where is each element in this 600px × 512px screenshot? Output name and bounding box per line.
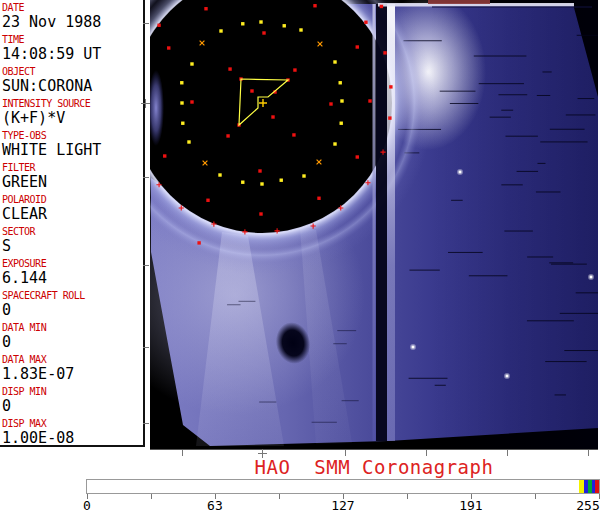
fiducial-dot — [329, 102, 332, 105]
fiducial-dot — [258, 169, 261, 172]
fiducial-dot — [241, 22, 244, 25]
metadata-field-exposure: EXPOSURE6.144 — [2, 258, 143, 286]
fiducial-dot — [206, 199, 209, 202]
left-axis-tick — [143, 423, 149, 424]
colorbar-tick-label: 63 — [207, 498, 223, 512]
field-value: WHITE LIGHT — [2, 142, 143, 158]
fiducial-dot — [190, 100, 193, 103]
metadata-field-sector: SECTORS — [2, 226, 143, 254]
metadata-field-object: OBJECTSUN:CORONA — [2, 66, 143, 94]
colorbar-tick-label: 127 — [331, 498, 354, 512]
fiducial-dot — [292, 133, 295, 136]
fiducial-dot — [259, 20, 262, 23]
field-value: 0 — [2, 302, 143, 318]
fiducial-dot — [356, 155, 359, 158]
axis-plus-mark — [141, 99, 150, 108]
colorbar-tick-label: 0 — [83, 498, 91, 512]
metadata-field-type-obs: TYPE-OBSWHITE LIGHT — [2, 130, 143, 158]
fiducial-dot — [299, 28, 302, 31]
colorbar-tick — [535, 494, 536, 499]
fiducial-dot — [187, 140, 190, 143]
fiducial-dot — [271, 115, 274, 118]
fiducial-dot — [333, 142, 336, 145]
field-value: 0 — [2, 398, 143, 414]
metadata-panel: DATE23 Nov 1988TIME14:08:59 UTOBJECTSUN:… — [0, 0, 145, 447]
fiducial-dot — [280, 179, 283, 182]
fiducial-dot — [340, 99, 343, 102]
metadata-field-data-max: DATA MAX1.83E-07 — [2, 354, 143, 382]
left-axis-tick — [143, 347, 149, 348]
fiducial-dot — [302, 174, 305, 177]
fiducial-dot — [333, 60, 336, 63]
field-value: 0 — [2, 334, 143, 350]
field-value: SUN:CORONA — [2, 78, 143, 94]
colorbar-tick — [407, 494, 408, 499]
star-point — [506, 375, 509, 378]
fiducial-dot — [389, 85, 392, 88]
field-value: S — [2, 238, 143, 254]
metadata-field-spacecraft-roll: SPACECRAFT ROLL0 — [2, 290, 143, 318]
fiducial-dot — [250, 89, 253, 92]
fiducial-dot — [180, 81, 183, 84]
fiducial-dot — [380, 5, 383, 8]
fiducial-dot — [262, 31, 265, 34]
field-label: SECTOR — [2, 226, 143, 238]
field-label: SPACECRAFT ROLL — [2, 290, 143, 302]
fiducial-dot — [260, 182, 263, 185]
fiducial-dot — [259, 212, 262, 215]
image-title: HAO SMM Coronagraph — [150, 456, 598, 478]
fiducial-dot — [293, 68, 296, 71]
colorbar-tick — [279, 494, 280, 499]
field-value: (K+F)*V — [2, 110, 143, 126]
fiducial-dot — [226, 134, 229, 137]
metadata-field-polaroid: POLAROIDCLEAR — [2, 194, 143, 222]
colorbar-tick-label: 255 — [576, 498, 599, 512]
fiducial-dot — [167, 46, 170, 49]
left-axis-tick — [143, 177, 149, 178]
pylon-bright-streak — [387, 4, 395, 441]
fiducial-dot — [241, 181, 244, 184]
coronagraph-rendering — [150, 0, 598, 449]
saturated-strip — [428, 0, 490, 4]
fiducial-dot — [190, 62, 193, 65]
fiducial-dot — [364, 21, 367, 24]
fiducial-dot — [388, 116, 391, 119]
metadata-field-data-min: DATA MIN0 — [2, 322, 143, 350]
fiducial-dot — [340, 122, 343, 125]
fiducial-dot — [157, 24, 160, 27]
fiducial-dot — [368, 99, 371, 102]
fiducial-dot — [228, 67, 231, 70]
field-value: 23 Nov 1988 — [2, 14, 143, 30]
field-label: DISP MIN — [2, 386, 143, 398]
metadata-field-intensity-source: INTENSITY SOURCE(K+F)*V — [2, 98, 143, 126]
metadata-field-time: TIME14:08:59 UT — [2, 34, 143, 62]
fiducial-dot — [339, 81, 342, 84]
field-value: 1.83E-07 — [2, 366, 143, 382]
coronagraph-image — [150, 0, 598, 450]
metadata-field-filter: FILTERGREEN — [2, 162, 143, 190]
star-point — [590, 276, 593, 279]
fiducial-dot — [204, 7, 207, 10]
fiducial-dot — [180, 101, 183, 104]
fiducial-dot — [313, 4, 316, 7]
colorbar — [86, 479, 600, 494]
field-value: GREEN — [2, 174, 143, 190]
field-value: 6.144 — [2, 270, 143, 286]
colorbar-tick — [151, 494, 152, 499]
metadata-field-date: DATE23 Nov 1988 — [2, 2, 143, 30]
star-point — [459, 171, 462, 174]
metadata-field-disp-min: DISP MIN0 — [2, 386, 143, 414]
left-axis-tick — [143, 265, 149, 266]
colorbar-tick-label: 191 — [459, 498, 482, 512]
fiducial-dot — [218, 173, 221, 176]
fiducial-dot — [317, 197, 320, 200]
fiducial-dot — [283, 24, 286, 27]
fiducial-dot — [163, 154, 166, 157]
fiducial-dot — [383, 51, 386, 54]
fiducial-dot — [197, 241, 200, 244]
metadata-field-disp-max: DISP MAX1.00E-08 — [2, 418, 143, 446]
field-value: CLEAR — [2, 206, 143, 222]
field-label: DATA MIN — [2, 322, 143, 334]
fiducial-dot — [181, 122, 184, 125]
fiducial-dot — [219, 29, 222, 32]
